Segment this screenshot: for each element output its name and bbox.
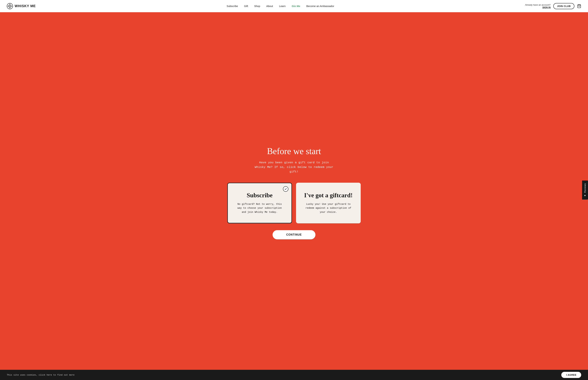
page-title: Before we start <box>267 146 321 156</box>
giftcard-card-description: Lucky you! Use your giftcard to redeem a… <box>303 202 353 214</box>
join-club-button[interactable]: JOIN CLUB <box>553 3 574 9</box>
subscribe-card-description: No giftcard? Not to worry, this way to c… <box>235 202 285 214</box>
navbar-right: Already have an account? SIGN IN JOIN CL… <box>525 3 581 9</box>
cookie-banner: This site uses cookies, click here to fi… <box>0 370 588 380</box>
sign-in-link[interactable]: SIGN IN <box>542 6 550 9</box>
cards-container: Subscribe No giftcard? Not to worry, thi… <box>227 183 361 223</box>
reviews-label: Reviews <box>584 183 586 193</box>
reviews-star-icon: ★ <box>584 194 586 197</box>
page-subtitle: Have you been given a gift card to join … <box>253 160 335 174</box>
sign-in-prompt: Already have an account? SIGN IN <box>525 3 550 9</box>
cookie-text: This site uses cookies, click here to fi… <box>7 374 75 376</box>
cart-icon[interactable] <box>577 4 581 8</box>
nav-item-shop[interactable]: Shop <box>254 5 260 8</box>
navbar: WHISKY ME Subscribe Gift Shop About Lear… <box>0 0 588 12</box>
checkmark-icon <box>284 188 287 190</box>
main-content: Before we start Have you been given a gi… <box>0 12 588 370</box>
subscribe-card[interactable]: Subscribe No giftcard? Not to worry, thi… <box>227 183 292 223</box>
main-nav: Subscribe Gift Shop About Learn Gin Me B… <box>227 5 334 8</box>
nav-item-learn[interactable]: Learn <box>279 5 285 8</box>
nav-item-gift[interactable]: Gift <box>244 5 248 8</box>
logo-text: WHISKY ME <box>15 4 36 8</box>
nav-item-gin-me[interactable]: Gin Me <box>292 5 300 8</box>
agree-button[interactable]: I AGREE <box>561 372 581 378</box>
nav-item-about[interactable]: About <box>266 5 273 8</box>
check-badge <box>283 186 288 192</box>
giftcard-card-title: I've got a giftcard! <box>303 192 353 199</box>
subscribe-card-title: Subscribe <box>235 192 285 199</box>
navbar-logo-area: WHISKY ME <box>7 3 36 9</box>
giftcard-card[interactable]: I've got a giftcard! Lucky you! Use your… <box>296 183 361 223</box>
logo-icon <box>7 3 13 9</box>
reviews-sidebar[interactable]: ★ Reviews <box>582 180 588 200</box>
continue-button[interactable]: CONTINUE <box>273 230 315 239</box>
nav-item-ambassador[interactable]: Become an Ambassador <box>306 5 334 8</box>
nav-item-subscribe[interactable]: Subscribe <box>227 5 238 8</box>
